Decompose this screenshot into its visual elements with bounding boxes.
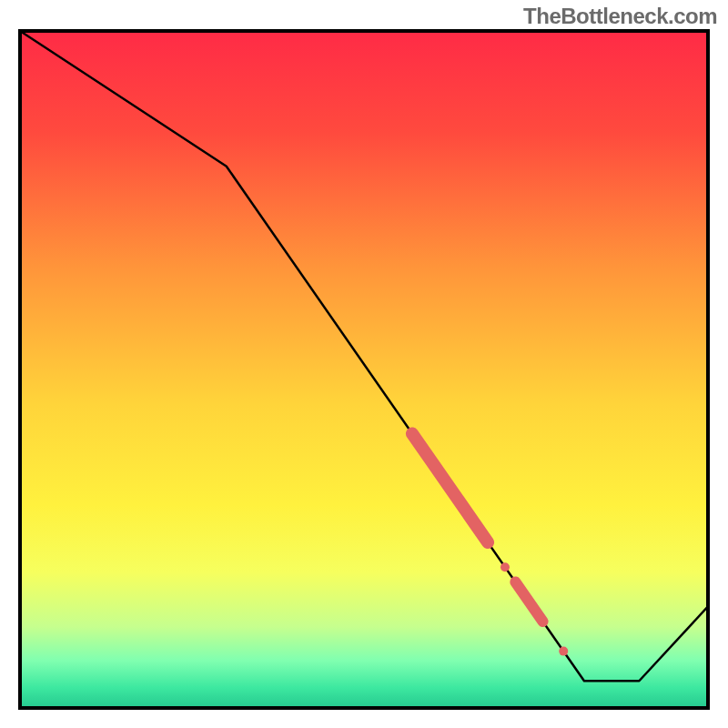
bottleneck-chart	[0, 0, 728, 728]
highlight-dot-2	[559, 647, 568, 656]
gradient-background	[20, 31, 708, 708]
highlight-dot-1	[500, 562, 510, 571]
chart-container: TheBottleneck.com	[0, 0, 728, 728]
